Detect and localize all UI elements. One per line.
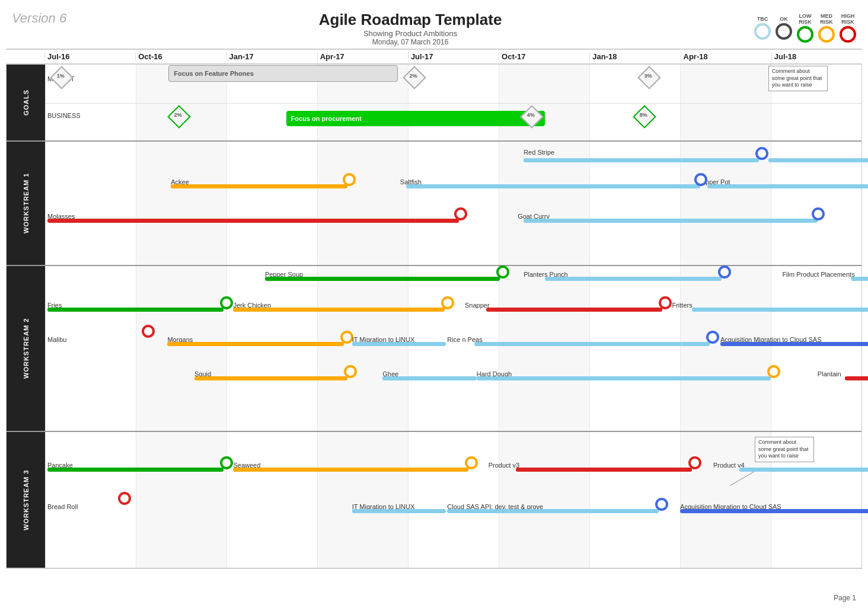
legend-tbc: TBC <box>754 16 771 40</box>
acq-migration-ws2-bar <box>720 342 868 346</box>
snapper-circle <box>659 296 672 309</box>
ghee-bar <box>382 376 477 380</box>
jerk-chicken-bar <box>233 308 445 312</box>
date: Monday, 07 March 2016 <box>66 38 754 46</box>
snapper-bar <box>486 308 662 312</box>
acq-migration-ws3-bar <box>680 509 868 513</box>
morgans-bar <box>167 342 343 346</box>
ackee-bar <box>171 184 347 188</box>
pepper-pot-bar <box>707 184 868 188</box>
snapper-label: Snapper <box>465 302 490 309</box>
fritters-label: Fritters <box>672 302 692 309</box>
header: Version 6 Agile Roadmap Template Showing… <box>6 6 862 49</box>
red-stripe-bar <box>524 158 759 162</box>
ackee-circle <box>343 173 356 186</box>
rice-peas-circle <box>706 331 719 344</box>
ws2-content: Pepper Soup Planters Punch Film Product … <box>45 266 861 431</box>
bread-roll-label: Bread Roll <box>47 503 78 510</box>
it-migration-ws3-bar <box>352 509 446 513</box>
hard-dough-bar <box>477 376 771 380</box>
ws3-content: Comment about some great point that you … <box>45 432 861 568</box>
month-jan18: Jan-18 <box>589 52 680 61</box>
film-product-bar <box>851 277 868 281</box>
goat-curry-circle <box>812 207 825 220</box>
goal-diamond-2pct-biz: 2% <box>167 105 191 129</box>
malibu-circle <box>142 325 155 338</box>
business-label: BUSINESS <box>47 112 81 119</box>
ws3-label: WORKSTREAM 3 <box>7 432 45 568</box>
page-number: Page 1 <box>834 594 856 602</box>
timeline-header: Jul-16 Oct-16 Jan-17 Apr-17 Jul-17 Oct-1… <box>6 49 862 64</box>
month-jan17: Jan-17 <box>226 52 317 61</box>
morgans-circle <box>340 331 353 344</box>
bg-cols-goals <box>45 65 861 140</box>
pepper-soup-bar <box>265 277 500 281</box>
focus-feature-phones-bar: Focus on Feature Phones <box>168 65 398 82</box>
ws1-label: WORKSTREAM 1 <box>7 142 45 265</box>
squid-bar <box>194 376 347 380</box>
red-stripe-circle <box>755 147 768 160</box>
film-product-label: Film Product Placements <box>782 271 854 278</box>
version-label: Version 6 <box>12 11 66 26</box>
ws3-section: WORKSTREAM 3 Comment about some great po… <box>7 432 861 568</box>
month-jul16: Jul-16 <box>44 52 135 61</box>
it-migration-ws2-bar <box>352 342 446 346</box>
pancake-bar <box>47 468 224 472</box>
product-v3-bar <box>516 468 692 472</box>
ws1-section: WORKSTREAM 1 Red Stripe <box>7 142 861 266</box>
bg-cols-ws2 <box>45 266 861 431</box>
pancake-circle <box>220 456 233 469</box>
legend: TBC OK LOWRISK MEDRISK HIGHRISK <box>754 11 856 43</box>
ws1-content: Red Stripe Ackee Saltfish Pepper Pot Mol… <box>45 142 861 265</box>
legend-low: LOWRISK <box>797 13 813 43</box>
fritters-bar <box>692 308 868 312</box>
goals-content: MARKET BUSINESS 1% Focus on Feature Phon… <box>45 65 861 140</box>
month-jul17: Jul-17 <box>408 52 499 61</box>
legend-high: HIGHRISK <box>840 13 856 43</box>
month-apr17: Apr-17 <box>317 52 408 61</box>
seaweed-circle <box>465 456 478 469</box>
ws2-label: WORKSTREAM 2 <box>7 266 45 431</box>
rice-peas-bar <box>474 342 710 346</box>
seaweed-bar <box>233 468 468 472</box>
month-jul18: Jul-18 <box>771 52 862 61</box>
jerk-chicken-circle <box>441 296 454 309</box>
legend-med: MEDRISK <box>818 13 835 43</box>
month-oct17: Oct-17 <box>499 52 589 61</box>
main-grid: GOALS MARKET <box>6 64 862 569</box>
saltfish-bar <box>406 184 700 188</box>
month-oct16: Oct-16 <box>135 52 226 61</box>
molasses-circle <box>454 207 467 220</box>
goal-diamond-2pct-market: 2% <box>403 66 426 89</box>
red-stripe-bar2 <box>768 158 868 162</box>
planters-punch-bar <box>545 277 721 281</box>
goal-diamond-3pct: 3% <box>638 66 662 89</box>
page: Version 6 Agile Roadmap Template Showing… <box>0 0 868 608</box>
pepper-soup-circle <box>496 265 509 279</box>
product-v3-label: Product v3 <box>489 462 520 469</box>
goals-section: GOALS MARKET <box>7 65 861 142</box>
goat-curry-bar <box>524 219 818 223</box>
title-block: Agile Roadmap Template Showing Product A… <box>66 11 754 46</box>
bread-roll-circle <box>118 492 131 505</box>
red-stripe-label: Red Stripe <box>524 149 554 156</box>
pepper-pot-circle <box>694 173 707 186</box>
malibu-label: Malibu <box>47 336 66 343</box>
product-v3-circle <box>688 456 701 469</box>
focus-procurement-bar: Focus on procurement <box>286 111 545 126</box>
planters-punch-circle <box>718 265 731 279</box>
cloud-sas-circle <box>655 498 668 511</box>
fries-bar <box>47 308 224 312</box>
comment-box-ws3: Comment about some great point that you … <box>755 437 814 462</box>
product-v4-bar <box>739 468 868 472</box>
cloud-sas-api-bar <box>447 509 659 513</box>
squid-circle <box>344 365 357 378</box>
plantain-label: Plantain <box>818 370 841 377</box>
comment-box-market: Comment about some great point that you … <box>768 66 828 91</box>
bg-cols-ws3 <box>45 432 861 568</box>
months-row: Jul-16 Oct-16 Jan-17 Apr-17 Jul-17 Oct-1… <box>44 52 862 61</box>
plantain-bar <box>845 376 868 380</box>
legend-ok: OK <box>776 16 792 40</box>
goal-diamond-8pct: 8% <box>633 105 657 129</box>
month-apr18: Apr-18 <box>681 52 771 61</box>
